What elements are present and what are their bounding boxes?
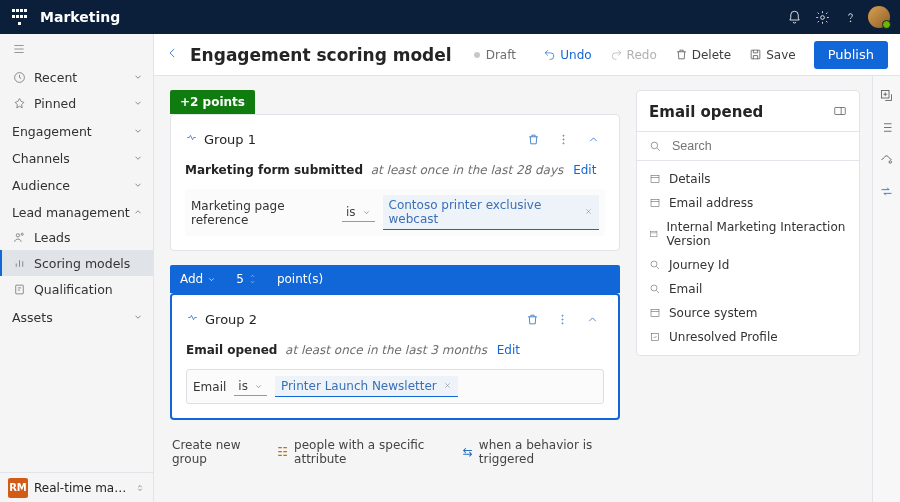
svg-rect-13 [835,107,846,114]
chevron-down-icon [133,310,143,325]
area-label: Real-time marketi… [34,481,129,495]
sidebar-item-leads[interactable]: Leads [0,224,153,250]
chevron-up-icon [133,205,143,220]
sidebar-section-engagement[interactable]: Engagement [0,116,153,143]
right-rail [872,76,900,502]
group-2-card[interactable]: Group 2 Email opened at least once in th… [170,293,620,420]
remove-token-icon[interactable] [443,379,452,393]
canvas: +2 points Group 1 Marketing form submitt… [154,76,636,502]
sidebar-section-lead-management[interactable]: Lead management [0,197,153,224]
panel-item-details[interactable]: Details [637,167,859,191]
svg-rect-5 [15,285,23,294]
operator-select[interactable]: is [234,377,267,396]
chevron-down-icon [133,178,143,193]
more-icon[interactable] [551,127,575,151]
search-icon [649,140,662,153]
chevron-down-icon [133,96,143,111]
operator-select[interactable]: is [342,203,375,222]
collapse-icon[interactable] [580,307,604,331]
undo-button[interactable]: Undo [537,41,597,69]
rail-zap-icon[interactable] [878,150,896,168]
condition-summary: Email opened at least once in the last 3… [186,343,604,357]
svg-point-7 [562,135,563,136]
chevron-down-icon [133,70,143,85]
properties-panel: Email opened Details Email address Inter… [636,90,860,356]
create-new-group-row: Create new group ☷people with a specific… [170,434,620,466]
group-name: Group 2 [205,312,257,327]
app-launcher-icon[interactable] [10,8,28,26]
attribute-option[interactable]: ☷people with a specific attribute [277,438,446,466]
filter-field-label: Email [193,380,226,394]
panel-expand-icon[interactable] [833,104,847,121]
svg-rect-6 [751,50,760,59]
panel-title: Email opened [649,103,763,121]
filter-row: Email is Printer Launch Newsletter [186,369,604,404]
points-badge[interactable]: +2 points [170,90,255,114]
svg-rect-17 [651,231,657,237]
gear-icon[interactable] [808,3,836,31]
panel-item-email[interactable]: Email [637,277,859,301]
area-switcher[interactable]: RM Real-time marketi… [0,472,153,502]
panel-item-imiv[interactable]: Internal Marketing Interaction Version [637,215,859,253]
edit-condition-link[interactable]: Edit [573,163,596,177]
value-token[interactable]: Contoso printer exclusive webcast [383,195,599,230]
panel-item-source[interactable]: Source system [637,301,859,325]
sidebar-item-label: Scoring models [34,256,143,271]
sidebar-section-audience[interactable]: Audience [0,170,153,197]
sidebar-item-pinned[interactable]: Pinned [0,90,153,116]
value-token[interactable]: Printer Launch Newsletter [275,376,458,397]
remove-token-icon[interactable] [584,205,593,219]
sidebar-item-label: Recent [34,70,125,85]
filter-field-label: Marketing page reference [191,199,334,227]
main: Engagement scoring model Draft Undo Redo… [154,34,900,502]
svg-rect-20 [651,310,659,317]
more-icon[interactable] [550,307,574,331]
topbar: Marketing [0,0,900,34]
panel-item-email-address[interactable]: Email address [637,191,859,215]
stepper-icon[interactable] [248,273,257,285]
rail-add-icon[interactable] [878,86,896,104]
help-icon[interactable] [836,3,864,31]
sidebar-section-assets[interactable]: Assets [0,302,153,329]
add-points-pill[interactable]: Add 5 point(s) [170,265,620,293]
group-1-card[interactable]: Group 1 Marketing form submitted at leas… [170,114,620,251]
filter-row: Marketing page reference is Contoso prin… [185,189,605,236]
publish-button[interactable]: Publish [814,41,888,69]
bell-icon[interactable] [780,3,808,31]
svg-point-18 [651,261,657,267]
status-badge: Draft [474,48,516,62]
rail-list-icon[interactable] [878,118,896,136]
clock-icon [12,70,26,84]
svg-rect-21 [652,334,659,341]
pin-icon [12,96,26,110]
edit-condition-link[interactable]: Edit [497,343,520,357]
delete-group-icon[interactable] [521,127,545,151]
svg-point-4 [21,233,23,235]
avatar[interactable] [868,6,890,28]
rail-behavior-icon[interactable] [878,182,896,200]
search-input[interactable] [670,138,847,154]
panel-search[interactable] [637,131,859,161]
back-button[interactable] [166,46,180,63]
hamburger-icon[interactable] [0,34,153,64]
sidebar-item-scoring-models[interactable]: Scoring models [0,250,153,276]
sidebar-section-channels[interactable]: Channels [0,143,153,170]
qualification-icon [12,282,26,296]
panel-item-journey[interactable]: Journey Id [637,253,859,277]
sidebar: Recent Pinned Engagement Channels Audien… [0,34,154,502]
leads-icon [12,230,26,244]
sidebar-item-recent[interactable]: Recent [0,64,153,90]
svg-point-3 [16,233,19,236]
svg-point-19 [651,285,657,291]
save-button[interactable]: Save [743,41,801,69]
chevron-down-icon [133,124,143,139]
delete-button[interactable]: Delete [669,41,737,69]
page-title: Engagement scoring model [190,45,452,65]
panel-item-unresolved[interactable]: Unresolved Profile [637,325,859,349]
svg-point-8 [562,138,563,139]
collapse-icon[interactable] [581,127,605,151]
sidebar-item-qualification[interactable]: Qualification [0,276,153,302]
delete-group-icon[interactable] [520,307,544,331]
app-name: Marketing [40,9,120,25]
behavior-option[interactable]: ⇆when a behavior is triggered [463,438,620,466]
